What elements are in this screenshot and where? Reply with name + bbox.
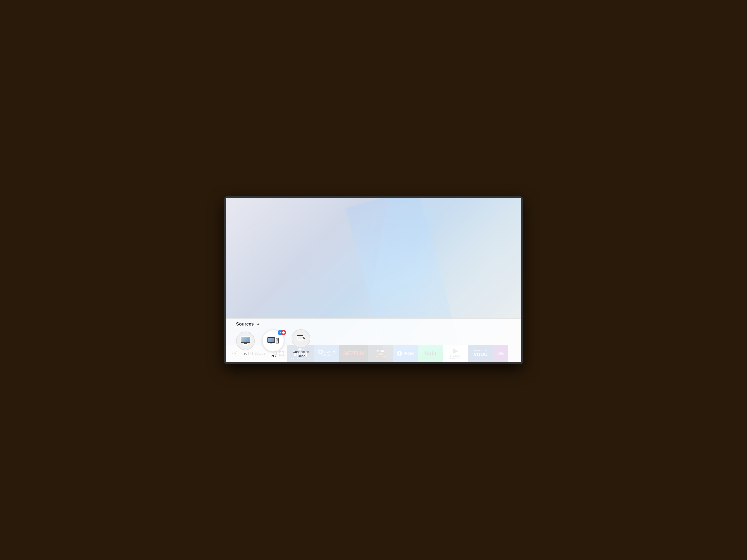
pc-tower-dot1: [277, 340, 278, 341]
tv-screen: Sources ▲ TV: [226, 198, 521, 362]
sources-title: Sources: [236, 322, 254, 327]
pc-icon: [267, 337, 279, 344]
connection-guide-icon: ?: [297, 334, 306, 343]
sources-header: Sources ▲: [236, 322, 511, 327]
svg-rect-0: [297, 336, 303, 340]
source-badge-power: ⏻: [281, 330, 286, 335]
source-item-connection-guide[interactable]: ? ConnectionGuide: [291, 329, 310, 358]
source-label-pc: PC: [271, 354, 276, 358]
source-label-tv: TV: [243, 352, 248, 356]
source-icon-connection-guide: ?: [291, 329, 310, 348]
pc-monitor-icon: [267, 337, 275, 343]
sources-collapse-button[interactable]: ▲: [256, 322, 260, 326]
source-icon-tv: [236, 331, 255, 350]
pc-tower-icon: [276, 338, 279, 344]
source-label-connection-guide: ConnectionGuide: [293, 350, 309, 358]
sources-panel: Sources ▲ TV: [226, 318, 521, 362]
source-icon-pc: ✓ ⏻: [262, 330, 284, 352]
tv-stand: [244, 343, 247, 344]
tv-icon: [241, 337, 250, 345]
tv-frame: Sources ▲ TV: [224, 196, 523, 364]
source-item-pc[interactable]: ✓ ⏻ PC: [262, 330, 284, 358]
sources-items: TV: [236, 329, 511, 358]
source-item-tv[interactable]: TV: [236, 331, 255, 356]
tv-screen-rect: [241, 337, 250, 343]
svg-text:?: ?: [303, 338, 304, 339]
tv-base: [243, 345, 248, 345]
